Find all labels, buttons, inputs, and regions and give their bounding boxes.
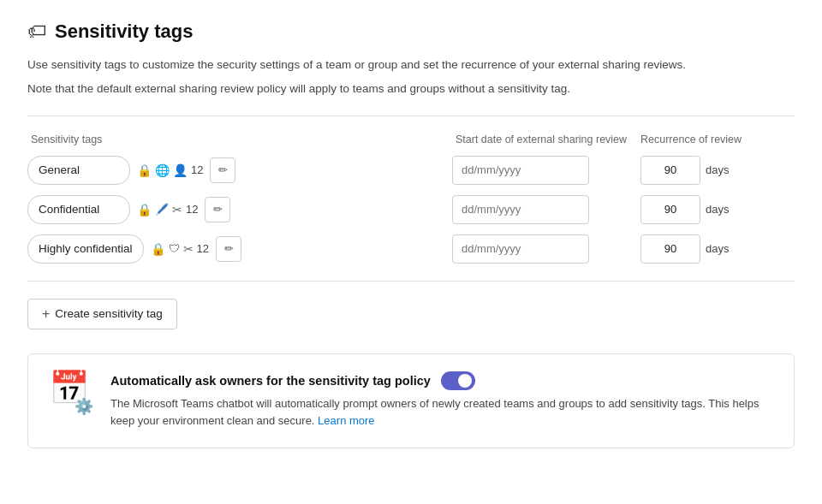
date-col-general [452, 156, 640, 185]
globe-icon-general: 🌐 [155, 163, 170, 177]
date-input-highly-confidential[interactable] [452, 234, 589, 264]
auto-policy-toggle[interactable] [441, 371, 475, 390]
auto-policy-content: Automatically ask owners for the sensiti… [110, 371, 773, 431]
col-header-recurrence: Recurrence of review [640, 133, 795, 145]
table-header: Sensitivity tags Start date of external … [27, 133, 795, 152]
page-title: Sensitivity tags [55, 21, 193, 43]
recurrence-group-confidential: days [640, 195, 795, 224]
date-col-highly [452, 234, 640, 264]
recurrence-group-highly: days [640, 234, 795, 264]
auto-policy-title-row: Automatically ask owners for the sensiti… [110, 371, 773, 390]
learn-more-link[interactable]: Learn more [318, 414, 374, 427]
page-container: 🏷 Sensitivity tags Use sensitivity tags … [27, 21, 795, 448]
tag-row-confidential: Confidential 🔒 🖊️ ✂ 12 ✏ days [27, 195, 795, 224]
gear-icon: ⚙️ [74, 397, 93, 416]
tag-info-highly-confidential: Highly confidential 🔒 🛡 ✂ 12 ✏ [27, 234, 452, 264]
confidential-label: Confidential [39, 203, 99, 216]
noguest-icon-confidential: ✂ [172, 203, 182, 216]
page-header: 🏷 Sensitivity tags [27, 21, 795, 43]
tag-info-confidential: Confidential 🔒 🖊️ ✂ 12 ✏ [27, 195, 452, 224]
noguest-icon-highly: ✂ [183, 242, 194, 256]
user-icon-general: 👤 [173, 163, 188, 177]
tag-icons-confidential: 🔒 🖊️ ✂ 12 [137, 203, 198, 216]
auto-policy-description: The Microsoft Teams chatbot will automat… [110, 395, 773, 431]
edit-button-confidential[interactable]: ✏ [205, 197, 230, 222]
tag-row-general: General 🔒 🌐 👤 12 ✏ days [27, 156, 795, 185]
create-btn-label: Create sensitivity tag [55, 307, 162, 320]
recurrence-input-general[interactable] [640, 156, 700, 185]
tag-name-confidential: Confidential [27, 195, 130, 224]
auto-policy-section: 📅 ⚙️ Automatically ask owners for the se… [27, 353, 795, 449]
edit-button-highly-confidential[interactable]: ✏ [216, 236, 241, 262]
general-label: General [39, 163, 80, 176]
toggle-slider [441, 371, 475, 390]
tag-count-highly: 12 [197, 242, 209, 255]
tag-info-general: General 🔒 🌐 👤 12 ✏ [27, 156, 452, 185]
pencil-icon-general: ✏ [218, 163, 228, 176]
tag-icons-general: 🔒 🌐 👤 12 [137, 163, 203, 177]
recurrence-unit-highly: days [706, 242, 729, 255]
noedit-icon-confidential: 🖊️ [155, 203, 169, 216]
recurrence-input-highly-confidential[interactable] [640, 234, 700, 264]
date-input-general[interactable] [452, 156, 589, 185]
plus-icon: + [42, 306, 50, 322]
shield-icon-highly: 🛡 [169, 242, 180, 255]
tag-rows: General 🔒 🌐 👤 12 ✏ days [27, 156, 795, 264]
recurrence-unit-general: days [706, 163, 729, 176]
tag-count-confidential: 12 [186, 203, 198, 216]
divider2 [27, 281, 795, 282]
divider1 [27, 116, 795, 116]
tag-row-highly-confidential: Highly confidential 🔒 🛡 ✂ 12 ✏ days [27, 234, 795, 264]
date-input-confidential[interactable] [452, 195, 589, 224]
col-header-date: Start date of external sharing review [452, 133, 640, 145]
calendar-gear-icon-wrap: 📅 ⚙️ [49, 371, 93, 416]
recurrence-unit-confidential: days [706, 203, 729, 216]
edit-button-general[interactable]: ✏ [210, 157, 235, 183]
create-sensitivity-tag-button[interactable]: + Create sensitivity tag [27, 299, 177, 329]
tag-count-general: 12 [191, 163, 203, 176]
tag-name-highly-confidential: Highly confidential [27, 234, 144, 264]
lock-icon-highly: 🔒 [151, 242, 165, 256]
recurrence-group-general: days [640, 156, 795, 185]
lock-icon-general: 🔒 [137, 163, 152, 177]
tag-icon: 🏷 [27, 21, 46, 43]
lock-icon-confidential: 🔒 [137, 203, 152, 216]
date-col-confidential [452, 195, 640, 224]
description1: Use sensitivity tags to customize the se… [27, 56, 795, 74]
pencil-icon-confidential: ✏ [213, 203, 223, 216]
recurrence-input-confidential[interactable] [640, 195, 700, 224]
col-header-tags: Sensitivity tags [27, 133, 452, 145]
auto-policy-title: Automatically ask owners for the sensiti… [110, 374, 431, 388]
tag-name-general: General [27, 156, 130, 185]
tag-icons-highly-confidential: 🔒 🛡 ✂ 12 [151, 242, 209, 256]
description2: Note that the default external sharing r… [27, 80, 795, 98]
pencil-icon-highly: ✏ [224, 242, 234, 255]
highly-confidential-label: Highly confidential [39, 242, 133, 255]
